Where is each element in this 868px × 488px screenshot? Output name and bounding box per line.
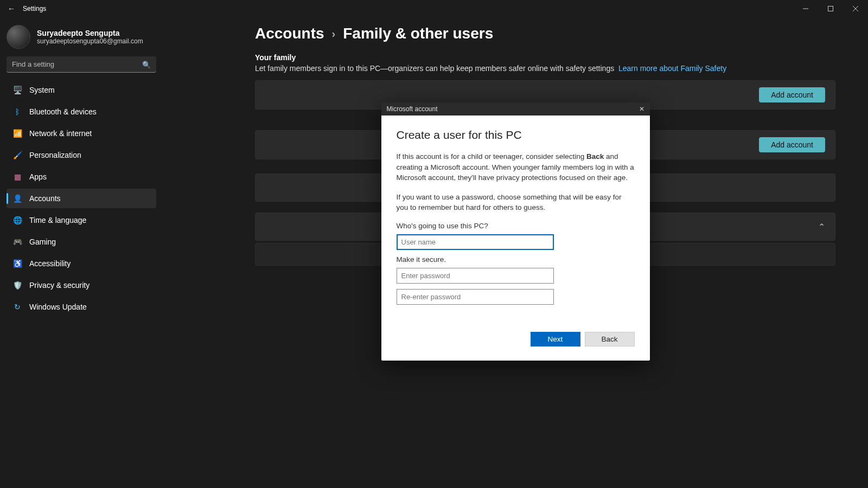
back-button[interactable]: Back xyxy=(585,332,635,346)
sidebar-item-privacy[interactable]: 🛡️ Privacy & security xyxy=(7,275,156,295)
sidebar-item-time[interactable]: 🌐 Time & language xyxy=(7,210,156,230)
sidebar: Suryadeepto Sengupta suryadeeptosengupta… xyxy=(0,17,163,488)
sidebar-item-system[interactable]: 🖥️ System xyxy=(7,80,156,100)
chevron-right-icon: › xyxy=(332,28,336,40)
chevron-up-icon: ⌃ xyxy=(818,222,825,232)
password-input[interactable] xyxy=(397,268,554,284)
shield-icon: 🛡️ xyxy=(13,281,22,290)
dialog-heading: Create a user for this PC xyxy=(397,129,635,142)
profile-email: suryadeeptosengupta06@gmail.com xyxy=(37,37,143,45)
sidebar-item-bluetooth[interactable]: ᛒ Bluetooth & devices xyxy=(7,102,156,121)
profile-name: Suryadeepto Sengupta xyxy=(37,29,143,37)
bluetooth-icon: ᛒ xyxy=(13,107,22,116)
back-arrow-icon[interactable]: ← xyxy=(8,4,15,13)
sidebar-item-network[interactable]: 📶 Network & internet xyxy=(7,124,156,143)
update-icon: ↻ xyxy=(13,303,22,311)
profile-block[interactable]: Suryadeepto Sengupta suryadeeptosengupta… xyxy=(7,23,156,54)
breadcrumb-parent[interactable]: Accounts xyxy=(255,25,324,42)
search-icon: 🔍 xyxy=(142,61,151,69)
sidebar-item-label: Accessibility xyxy=(29,259,71,268)
sidebar-item-label: System xyxy=(29,86,55,94)
person-icon: 👤 xyxy=(13,194,22,203)
dialog-paragraph-1: If this account is for a child or teenag… xyxy=(397,151,635,183)
sidebar-item-label: Privacy & security xyxy=(29,281,90,290)
sidebar-item-label: Personalization xyxy=(29,151,81,159)
confirm-password-input[interactable] xyxy=(397,289,554,305)
sidebar-item-accessibility[interactable]: ♿ Accessibility xyxy=(7,254,156,273)
add-other-account-button[interactable]: Add account xyxy=(759,137,825,152)
username-input[interactable] xyxy=(397,234,554,250)
sidebar-item-personalization[interactable]: 🖌️ Personalization xyxy=(7,145,156,165)
globe-icon: 🌐 xyxy=(13,216,22,224)
avatar xyxy=(7,25,30,49)
maximize-button[interactable] xyxy=(818,0,843,17)
family-safety-link[interactable]: Learn more about Family Safety xyxy=(618,64,726,73)
accessibility-icon: ♿ xyxy=(13,259,22,268)
next-button[interactable]: Next xyxy=(531,332,580,346)
wifi-icon: 📶 xyxy=(13,129,22,138)
add-family-account-button[interactable]: Add account xyxy=(759,87,825,102)
main-content: Accounts › Family & other users Your fam… xyxy=(163,17,868,488)
username-label: Who's going to use this PC? xyxy=(397,222,635,230)
sidebar-item-apps[interactable]: ▦ Apps xyxy=(7,167,156,187)
create-user-dialog: Microsoft account ✕ Create a user for th… xyxy=(381,102,650,361)
svg-rect-1 xyxy=(828,7,833,11)
window-controls xyxy=(793,0,868,17)
sidebar-item-label: Time & language xyxy=(29,216,86,224)
password-section-label: Make it secure. xyxy=(397,255,635,264)
close-button[interactable] xyxy=(843,0,868,17)
sidebar-item-gaming[interactable]: 🎮 Gaming xyxy=(7,232,156,252)
paintbrush-icon: 🖌️ xyxy=(13,151,22,159)
sidebar-item-accounts[interactable]: 👤 Accounts xyxy=(7,189,156,208)
breadcrumb: Accounts › Family & other users xyxy=(255,25,835,42)
dialog-titlebar: Microsoft account ✕ xyxy=(381,102,650,115)
titlebar: ← Settings xyxy=(0,0,868,17)
dialog-close-icon[interactable]: ✕ xyxy=(639,105,644,113)
breadcrumb-current: Family & other users xyxy=(343,25,493,42)
dialog-paragraph-2: If you want to use a password, choose so… xyxy=(397,192,635,213)
sidebar-item-update[interactable]: ↻ Windows Update xyxy=(7,297,156,317)
window-title: Settings xyxy=(23,5,46,12)
sidebar-item-label: Network & internet xyxy=(29,129,92,138)
sidebar-item-label: Windows Update xyxy=(29,303,87,311)
search-box: 🔍 xyxy=(7,56,156,73)
sidebar-item-label: Bluetooth & devices xyxy=(29,107,97,116)
minimize-button[interactable] xyxy=(793,0,818,17)
search-input[interactable] xyxy=(7,56,156,73)
your-family-description: Let family members sign in to this PC—or… xyxy=(255,64,835,73)
dialog-title: Microsoft account xyxy=(387,105,438,113)
sidebar-item-label: Accounts xyxy=(29,194,61,203)
system-icon: 🖥️ xyxy=(13,86,22,94)
sidebar-item-label: Apps xyxy=(29,172,47,181)
gamepad-icon: 🎮 xyxy=(13,237,22,246)
sidebar-item-label: Gaming xyxy=(29,237,56,246)
your-family-heading: Your family xyxy=(255,53,835,62)
apps-icon: ▦ xyxy=(13,172,22,181)
